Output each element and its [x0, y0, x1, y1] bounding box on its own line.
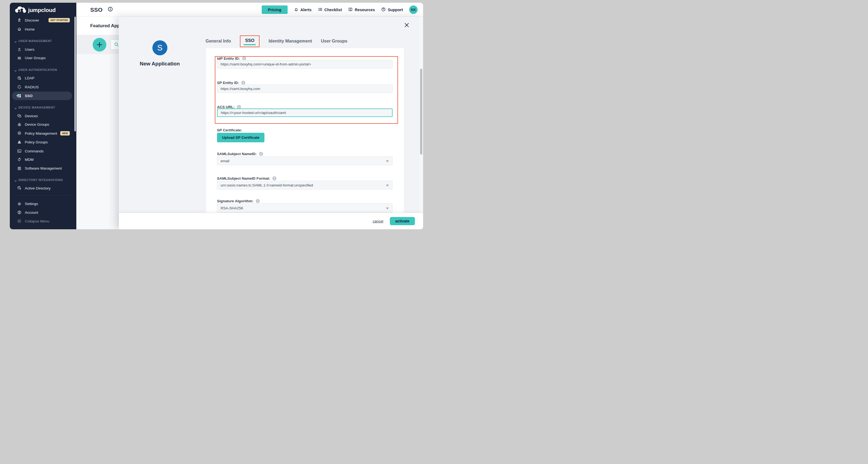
close-icon[interactable] [404, 23, 409, 28]
info-icon[interactable] [256, 199, 260, 203]
support-menu-item[interactable]: Support [381, 7, 403, 12]
new-badge: NEW [60, 131, 70, 135]
sidebar-item-policy-groups[interactable]: Policy Groups [10, 138, 76, 146]
jumpcloud-logo-text: jumpcloud [28, 7, 56, 13]
modal-tabs: General Info SSO Identity Management Use… [206, 35, 347, 48]
sp-certificate-label: SP Certificate: [217, 128, 242, 132]
pricing-button[interactable]: Pricing [262, 5, 288, 14]
saml-subject-nameid-label: SAMLSubject NameID: [217, 152, 263, 156]
sidebar-item-devices[interactable]: Devices [10, 112, 76, 120]
sidebar-item-sso[interactable]: SSO [10, 92, 76, 100]
chevron-down-icon [14, 39, 17, 42]
sidebar-item-collapse-menu[interactable]: Collapse Menu [10, 217, 76, 225]
section-device-management[interactable]: DEVICE MANAGEMENT [10, 105, 76, 110]
sidebar-scrollbar[interactable] [74, 17, 76, 131]
page-header: SSO Pricing Alerts Checklist Resources S… [76, 3, 423, 17]
page-title: SSO [90, 6, 102, 13]
checklist-menu-item[interactable]: Checklist [318, 7, 342, 12]
sidebar-divider [15, 195, 71, 195]
gear-icon [17, 202, 22, 206]
new-application-modal: S New Application General Info SSO Ident… [119, 17, 423, 229]
signature-algorithm-label: Signature Algorithm: [217, 199, 260, 203]
sidebar-item-policy-management[interactable]: Policy Management NEW [10, 129, 76, 137]
terminal-icon [17, 149, 22, 153]
info-icon[interactable] [241, 81, 245, 85]
get-started-badge: GET STARTED [49, 18, 70, 22]
sidebar-item-users[interactable]: Users [10, 45, 76, 54]
venn-icon [17, 122, 22, 127]
tab-user-groups[interactable]: User Groups [321, 39, 347, 43]
sidebar-item-device-groups[interactable]: Device Groups [10, 121, 76, 129]
book-icon [348, 7, 353, 12]
policy-groups-icon [17, 140, 22, 145]
sidebar-item-software-management[interactable]: Software Management [10, 164, 76, 173]
checklist-icon [318, 7, 322, 12]
dropdown-caret-icon [386, 185, 389, 186]
dial-icon [17, 85, 22, 89]
home-icon [17, 27, 22, 32]
active-directory-icon [17, 186, 22, 191]
chevron-down-icon [14, 68, 17, 71]
sidebar-item-user-groups[interactable]: User Groups [10, 54, 76, 62]
chevron-down-icon [14, 179, 17, 181]
sidebar-item-account[interactable]: Account [10, 208, 76, 216]
acs-url-input[interactable] [217, 109, 393, 117]
application-name: New Application [119, 61, 200, 67]
sp-entity-id-input[interactable] [217, 85, 393, 93]
signature-algorithm-select[interactable]: RSA-SHA256 [217, 204, 393, 213]
active-tab-underline [243, 44, 256, 45]
grid-icon [17, 94, 22, 98]
info-icon[interactable] [259, 152, 263, 156]
question-icon [381, 7, 386, 12]
sso-form-panel: IdP Entity ID: SP Entity ID: ACS URL: SP… [206, 48, 404, 213]
tab-identity-management[interactable]: Identity Management [269, 39, 312, 43]
sidebar-item-commands[interactable]: Commands [10, 147, 76, 155]
account-icon [17, 210, 22, 215]
cancel-button[interactable]: cancel [373, 219, 383, 223]
saml-subject-nameid-select[interactable]: email [217, 156, 393, 165]
database-clock-icon [17, 76, 22, 81]
search-icon [114, 42, 119, 48]
resources-menu-item[interactable]: Resources [348, 7, 375, 12]
apple-icon [17, 157, 22, 162]
sidebar-item-active-directory[interactable]: Active Directory [10, 184, 76, 192]
sp-entity-id-label: SP Entity ID: [217, 81, 245, 85]
tab-sso-annotation-box[interactable]: SSO [240, 35, 259, 47]
add-application-button[interactable] [93, 38, 106, 52]
user-icon [17, 47, 22, 52]
alerts-menu-item[interactable]: Alerts [294, 7, 312, 12]
saml-subject-nameid-format-select[interactable]: urn:oasis:names:tc:SAML:1.0:nameid-forma… [217, 181, 393, 189]
chevron-down-icon [14, 106, 17, 109]
info-icon[interactable] [272, 176, 276, 181]
dropdown-caret-icon [386, 160, 389, 162]
rocket-icon [17, 18, 22, 23]
tab-sso[interactable]: SSO [245, 38, 254, 43]
tab-general-info[interactable]: General Info [206, 39, 231, 43]
activate-button[interactable]: activate [390, 217, 415, 225]
sidebar-item-mdm[interactable]: MDM [10, 155, 76, 163]
modal-scrollbar-track[interactable] [420, 17, 423, 213]
modal-scrollbar-thumb[interactable] [420, 69, 422, 155]
policy-icon [17, 131, 22, 136]
section-user-management[interactable]: USER MANAGEMENT [10, 39, 76, 43]
info-icon[interactable] [108, 6, 113, 13]
sidebar-item-home[interactable]: Home [10, 25, 76, 33]
user-avatar[interactable]: KK [409, 5, 417, 14]
sidebar: jumpcloud Discover GET STARTED Home USER… [10, 3, 76, 229]
sidebar-item-discover[interactable]: Discover GET STARTED [10, 16, 76, 24]
sidebar-item-ldap[interactable]: LDAP [10, 74, 76, 82]
sidebar-item-radius[interactable]: RADIUS [10, 83, 76, 91]
collapse-arrow-icon [17, 219, 22, 223]
section-directory-integrations[interactable]: DIRECTORY INTEGRATIONS [10, 178, 76, 182]
sidebar-item-settings[interactable]: Settings [10, 200, 76, 208]
dropdown-caret-icon [386, 208, 389, 209]
devices-icon [17, 114, 22, 118]
idp-entity-id-input[interactable] [217, 60, 393, 68]
saml-subject-nameid-format-label: SAMLSubject NameID Format: [217, 176, 276, 181]
upload-sp-certificate-button[interactable]: Upload SP Certificate [217, 133, 265, 142]
user-group-icon [17, 56, 22, 60]
section-user-authentication[interactable]: USER AUTHENTICATION [10, 68, 76, 72]
jumpcloud-logo[interactable]: jumpcloud [15, 6, 56, 14]
jumpcloud-cloud-icon [15, 6, 26, 14]
app-window: jumpcloud Discover GET STARTED Home USER… [10, 3, 423, 229]
